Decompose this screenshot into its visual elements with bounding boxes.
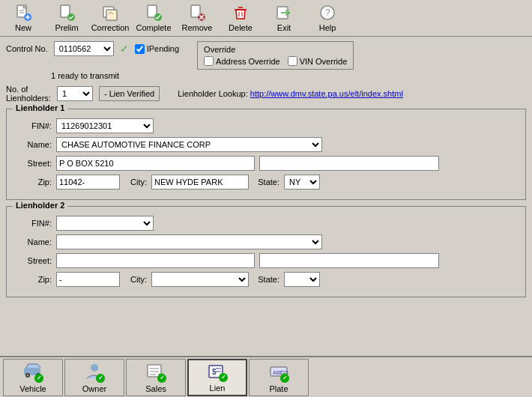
fin1-select[interactable]: 11269012301 [56, 118, 154, 133]
sales-icon: ✓ [145, 362, 166, 383]
help-button[interactable]: ? Help [307, 1, 348, 34]
zip2-input[interactable] [56, 272, 120, 287]
vehicle-check-badge: ✓ [34, 374, 43, 383]
street1-row: Street: [13, 156, 519, 171]
street2-label: Street: [13, 256, 52, 265]
fin2-select[interactable] [56, 216, 154, 231]
tab-plate-label: Plate [269, 384, 288, 393]
city2-label: City: [124, 275, 147, 284]
address-override-label: Address Override [204, 56, 280, 66]
vin-override-checkbox[interactable] [288, 56, 297, 66]
owner-check-badge: ✓ [96, 374, 105, 383]
svg-point-25 [27, 374, 29, 376]
lienholder2-title: Lienholder 2 [13, 201, 67, 210]
toolbar: New Prelim Correction Complete [0, 0, 532, 37]
lienholder2-group: Lienholder 2 FIN#: Name: Street: [6, 206, 526, 297]
tab-owner-label: Owner [82, 384, 106, 393]
new-button[interactable]: New [3, 1, 43, 34]
override-title: Override [204, 45, 347, 54]
bottom-nav: ✓ Vehicle ✓ Owner ✓ Sales [0, 356, 532, 397]
tab-vehicle-label: Vehicle [19, 384, 46, 393]
remove-button[interactable]: Remove [177, 1, 217, 34]
city2-select[interactable] [151, 272, 249, 287]
ready-text: 1 ready to transmit [51, 71, 526, 80]
lien-count-row: No. of Lienholders: 1 2 - Lien Verified … [6, 85, 526, 103]
tab-vehicle[interactable]: ✓ Vehicle [3, 359, 63, 396]
lien-count-select[interactable]: 1 2 [57, 86, 93, 101]
street1-input1[interactable] [56, 156, 255, 171]
ipending-checkbox[interactable] [135, 44, 145, 54]
svg-point-28 [91, 364, 98, 372]
tab-owner[interactable]: ✓ Owner [64, 359, 124, 396]
zip2-label: Zip: [13, 275, 52, 284]
zip1-row: Zip: City: State: NY PA NJ [13, 175, 519, 190]
street1-input2[interactable] [259, 156, 439, 171]
exit-button[interactable]: Exit [264, 1, 304, 34]
tab-lien-label: Lien [210, 384, 226, 393]
fin1-row: FIN#: 11269012301 [13, 118, 519, 133]
lienholder-lookup-link[interactable]: http://www.dmv.state.pa.us/elt/index.sht… [250, 89, 403, 98]
svg-text:?: ? [325, 7, 330, 18]
state2-select[interactable] [284, 272, 320, 287]
zip1-input[interactable] [56, 175, 120, 190]
main-content: Control No. 0110562 ✓ IPending Override … [0, 37, 532, 308]
control-label: Control No. [6, 44, 48, 53]
name2-select[interactable] [56, 234, 322, 249]
name1-select[interactable]: CHASE AUTOMOTIVE FINANCE CORP [56, 137, 322, 152]
no-of-lienholders-label: No. of Lienholders: [6, 85, 51, 103]
delete-button[interactable]: Delete [220, 1, 261, 34]
tab-lien[interactable]: $ ✓ Lien [187, 359, 247, 396]
lien-verified-button[interactable]: - Lien Verified [99, 86, 160, 101]
lienholder1-title: Lienholder 1 [13, 103, 67, 112]
tab-sales-label: Sales [145, 384, 166, 393]
checkmark-icon: ✓ [120, 43, 129, 55]
fin2-row: FIN#: [13, 216, 519, 231]
fin2-label: FIN#: [13, 219, 52, 228]
tab-sales[interactable]: ✓ Sales [126, 359, 186, 396]
owner-icon: ✓ [84, 362, 105, 383]
plate-icon: ABC 123 ✓ [268, 362, 289, 383]
ipending-label: IPending [135, 44, 179, 54]
tab-plate[interactable]: ABC 123 ✓ Plate [249, 359, 309, 396]
state1-select[interactable]: NY PA NJ [284, 175, 320, 190]
lien-icon: $ ✓ [207, 363, 228, 382]
control-row: Control No. 0110562 ✓ IPending [6, 41, 179, 56]
street2-row: Street: [13, 253, 519, 268]
state1-label: State: [253, 178, 279, 187]
plate-check-badge: ✓ [280, 374, 289, 383]
city1-label: City: [124, 178, 147, 187]
prelim-button[interactable]: Prelim [46, 1, 87, 34]
street2-input1[interactable] [56, 253, 255, 268]
correction-button[interactable]: Correction [90, 1, 130, 34]
street1-label: Street: [13, 159, 52, 168]
city1-input[interactable] [151, 175, 249, 190]
name1-row: Name: CHASE AUTOMOTIVE FINANCE CORP [13, 137, 519, 152]
zip1-label: Zip: [13, 178, 52, 187]
control-number-select[interactable]: 0110562 [54, 41, 114, 56]
address-override-checkbox[interactable] [204, 56, 214, 66]
override-group: Override Address Override VIN Override [197, 41, 354, 70]
vin-override-label: VIN Override [288, 56, 348, 66]
name2-row: Name: [13, 234, 519, 249]
lienholder-lookup: Lienholder Lookup: http://www.dmv.state.… [178, 89, 403, 98]
vehicle-icon: ✓ [22, 362, 43, 383]
fin1-label: FIN#: [13, 121, 52, 130]
svg-rect-9 [106, 10, 117, 20]
zip2-row: Zip: City: State: [13, 272, 519, 287]
name2-label: Name: [13, 237, 52, 246]
sales-check-badge: ✓ [157, 374, 166, 383]
street2-input2[interactable] [259, 253, 439, 268]
state2-label: State: [253, 275, 279, 284]
lien-check-badge: ✓ [219, 373, 228, 382]
lienholder1-group: Lienholder 1 FIN#: 11269012301 Name: CHA… [6, 109, 526, 200]
complete-button[interactable]: Complete [133, 1, 174, 34]
name1-label: Name: [13, 140, 52, 149]
